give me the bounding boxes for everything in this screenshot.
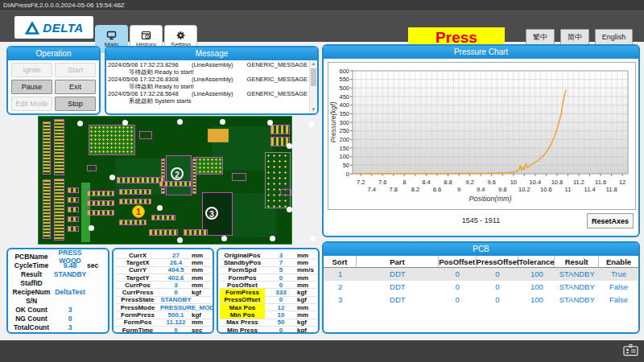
pcb-component (77, 121, 83, 126)
status-value: 0 (160, 327, 192, 334)
status-row: PressStateSTANDBY (115, 297, 211, 304)
id-badge-icon[interactable] (623, 343, 638, 360)
pcb-table-row[interactable]: 1DDT00100STANDBYTrue (324, 268, 638, 281)
operation-panel-title: Operation (8, 47, 99, 60)
pcb-component (87, 165, 97, 171)
operation-button-exit[interactable]: Exit (55, 80, 96, 94)
pcb-cell-pos_offset: 0 (439, 294, 477, 306)
message-entry: 2024/05/06 17:32:28.5648(LineAssembly)GE… (108, 90, 308, 105)
status-label: OK Count (10, 306, 53, 314)
message-panel-title: Message (106, 47, 317, 60)
status-panel-general: PCBNamePRESS WOODCycleTime9.48secResultS… (6, 248, 109, 334)
pcb-table-row[interactable]: 3DDT00100STANDBYFalse (324, 294, 638, 306)
message-detail: 等待啟動 Ready to start! (108, 83, 308, 90)
status-value: 50 (265, 319, 297, 326)
pressure-chart-panel: Pressure Chart 7.27.47.67.888.28.48.68.8… (322, 44, 640, 237)
pcb-table-row[interactable]: 2DDT00100STANDBYFalse (324, 281, 638, 294)
status-unit: kgf (297, 319, 316, 326)
pcb-cell-result: STANDBY (555, 294, 599, 306)
pcb-component (43, 179, 51, 239)
status-unit: mm (192, 259, 211, 266)
message-type: GENERIC_MESSAGE (247, 90, 308, 97)
message-scrollbar[interactable]: ▲ ▼ (309, 60, 317, 113)
message-entry-line: 2024/05/06 17:32:23.8296(LineAssembly)GE… (108, 61, 308, 68)
pcb-component (89, 125, 135, 155)
status-label: S/N (10, 297, 53, 305)
pcb-component (87, 191, 114, 196)
status-value: 0 (160, 289, 192, 296)
operation-button-pause[interactable]: Pause (11, 80, 52, 94)
chart-plot-area[interactable]: 7.27.47.67.888.28.48.68.899.29.49.69.810… (328, 62, 636, 210)
status-unit: mm (297, 274, 316, 282)
svg-text:12: 12 (619, 179, 625, 186)
status-value: STANDBY (53, 270, 87, 278)
pcb-component (119, 189, 151, 195)
lang-traditional-chinese-button[interactable]: 繁中 (526, 29, 555, 45)
operation-button-ignite[interactable]: Ignite (11, 63, 52, 77)
header-bar: Main History Setting Press Standby 繁中 简中… (0, 10, 644, 42)
scrollbar-thumb[interactable] (311, 68, 316, 86)
svg-text:7.4: 7.4 (367, 186, 375, 193)
status-value: 10 (265, 311, 297, 319)
svg-text:250: 250 (339, 127, 349, 134)
status-row: CurrPress0kgf (115, 289, 211, 296)
status-unit: kgf (297, 296, 316, 303)
pcb-cell-sort: 2 (324, 281, 357, 294)
status-row: PressModePRESSURE_MODE (115, 304, 211, 311)
status-unit: kgf (192, 289, 211, 296)
status-value: 12 (265, 304, 297, 311)
status-row: CycleTime9.48sec (10, 261, 106, 269)
status-label: OriginalPos (220, 252, 265, 259)
pcb-component (161, 158, 165, 194)
window-titlebar: DIAPressFit,2.0.0.0,2024-05-06 15:54:46Z (0, 0, 644, 10)
svg-text:9.4: 9.4 (477, 186, 485, 193)
svg-text:200: 200 (339, 136, 349, 143)
status-label: StandbyPos (220, 259, 265, 266)
delta-triangle-icon (24, 20, 40, 35)
pcb-cell-enable: False (599, 294, 638, 306)
message-timestamp: 2024/05/06 17:32:28.5648 (108, 90, 192, 97)
lang-simplified-chinese-button[interactable]: 简中 (560, 29, 589, 45)
svg-text:10: 10 (510, 179, 517, 186)
reset-axes-button[interactable]: ResetAxes (587, 213, 634, 228)
message-list: 2024/05/06 17:32:23.8296(LineAssembly)GE… (106, 60, 309, 113)
delta-logo: DELTA (14, 16, 93, 39)
svg-text:8: 8 (402, 179, 406, 186)
status-unit: mm (192, 319, 211, 326)
status-row: CurrPos3mm (115, 282, 211, 289)
pcb-cell-press_offset: 0 (477, 294, 519, 306)
status-label: Result (10, 270, 53, 278)
pcb-component (270, 236, 275, 241)
status-value: 404.5 (160, 266, 192, 274)
svg-text:11: 11 (565, 186, 572, 193)
pcb-component (117, 177, 165, 183)
pcb-image: 123 (39, 117, 291, 244)
operation-button-start[interactable]: Start (55, 63, 96, 77)
footer-bar (0, 340, 644, 362)
operation-button-edit-mode[interactable]: Edit Mode (11, 97, 52, 111)
lang-english-button[interactable]: English (595, 29, 633, 45)
pcb-component (68, 216, 79, 222)
status-value: STANDBY (160, 296, 192, 303)
gear-icon (175, 31, 186, 40)
pressure-chart-svg[interactable]: 7.27.47.67.888.28.48.68.899.29.49.69.810… (328, 63, 635, 208)
status-current-rows: CurrX27mmTargetX26.4mmCurrY404.5mmTarget… (114, 249, 213, 334)
svg-text:9.6: 9.6 (487, 179, 495, 186)
status-label: PressState (115, 296, 160, 303)
svg-text:8.4: 8.4 (422, 179, 430, 186)
pcb-component (287, 143, 292, 149)
pcb-component (270, 125, 290, 134)
scroll-down-icon[interactable]: ▼ (310, 106, 317, 113)
scroll-up-icon[interactable]: ▲ (310, 60, 317, 68)
status-row: OriginalPos3mm (220, 252, 316, 259)
status-label: PosOffset (220, 282, 265, 289)
pcb-column-header: PosOffset (439, 256, 477, 267)
status-value: 3 (160, 282, 192, 289)
status-row: FormSpd5mm/s (220, 267, 316, 274)
operation-button-stop[interactable]: Stop (55, 97, 96, 111)
pcb-component (193, 157, 223, 175)
status-label: NG Count (10, 315, 53, 323)
status-row: PCBNamePRESS WOOD (10, 252, 106, 261)
pcb-component (159, 181, 192, 187)
svg-text:150: 150 (339, 145, 349, 152)
